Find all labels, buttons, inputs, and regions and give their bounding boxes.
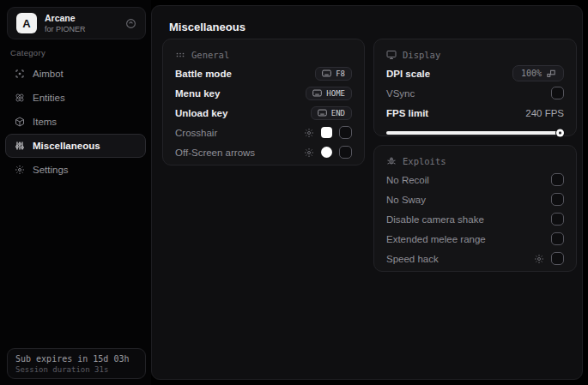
keyboard-icon	[312, 89, 322, 97]
sliders-icon	[14, 141, 25, 151]
gear-icon	[14, 165, 25, 175]
general-header-label: General	[191, 50, 229, 60]
app-header-card: A Arcane for PIONER	[7, 7, 146, 39]
sidebar-item-aimbot[interactable]: Aimbot	[5, 62, 146, 86]
sidebar-item-label: Miscellaneous	[33, 141, 100, 151]
no-recoil-row: No Recoil	[385, 170, 566, 189]
session-duration-text: Session duration 31s	[15, 365, 137, 374]
atom-icon	[14, 93, 25, 103]
app-logo-letter: A	[22, 17, 30, 30]
unload-key-label: Unload key	[175, 108, 227, 118]
extended-melee-range-checkbox[interactable]	[551, 232, 564, 245]
sidebar-item-label: Settings	[33, 165, 69, 175]
unload-key-keybind[interactable]: END	[311, 106, 352, 120]
exploits-card: Exploits No Recoil No Sway Disable camer…	[373, 145, 577, 272]
category-label: Category	[10, 48, 45, 57]
no-recoil-checkbox[interactable]	[551, 173, 564, 186]
offscreen-arrows-row: Off-Screen arrows	[173, 142, 354, 162]
sidebar-item-miscellaneous[interactable]: Miscellaneous	[5, 134, 146, 158]
menu-key-row: Menu key HOME	[173, 83, 354, 103]
keyboard-icon	[322, 69, 331, 77]
vsync-row: VSync	[385, 83, 566, 103]
fps-limit-value: 240 FPS	[525, 108, 564, 118]
slider-knob[interactable]	[556, 129, 564, 137]
speed-hack-row: Speed hack	[385, 249, 566, 268]
no-sway-row: No Sway	[385, 189, 566, 209]
sidebar-item-items[interactable]: Items	[5, 110, 146, 134]
disable-camera-shake-row: Disable camera shake	[385, 209, 566, 229]
extended-melee-range-row: Extended melee range	[385, 229, 566, 249]
app-logo: A	[16, 13, 37, 33]
battle-mode-row: Battle mode F8	[173, 63, 354, 83]
fps-limit-label: FPS limit	[386, 108, 428, 118]
crosshair-settings-gear-icon[interactable]	[304, 128, 314, 138]
no-sway-checkbox[interactable]	[551, 193, 564, 206]
dpi-scale-selector[interactable]: 100%	[512, 65, 564, 81]
keyboard-icon	[318, 109, 327, 117]
speed-hack-label: Speed hack	[386, 254, 439, 264]
no-recoil-label: No Recoil	[386, 175, 429, 185]
disable-camera-shake-checkbox[interactable]	[551, 213, 564, 226]
dots-grid-icon	[175, 50, 185, 60]
general-card: General Battle mode F8 Menu key HOME Unl…	[162, 39, 365, 165]
vsync-label: VSync	[386, 88, 415, 99]
fps-limit-slider[interactable]	[386, 129, 564, 137]
offscreen-arrows-label: Off-Screen arrows	[175, 147, 255, 158]
sub-expires-text: Sub expires in 15d 03h	[15, 354, 137, 364]
extended-melee-range-label: Extended melee range	[386, 234, 486, 244]
dpi-scale-row: DPI scale 100%	[385, 63, 566, 83]
sidebar-item-label: Entities	[33, 93, 65, 103]
menu-key-keybind[interactable]: HOME	[306, 87, 352, 100]
app-name: Arcane	[45, 13, 118, 23]
bug-icon	[386, 156, 397, 166]
sidebar-item-settings[interactable]: Settings	[5, 158, 146, 182]
sidebar-item-label: Aimbot	[33, 69, 64, 79]
monitor-icon	[386, 50, 397, 60]
scale-icon	[547, 69, 555, 78]
offscreen-arrows-settings-gear-icon[interactable]	[304, 147, 314, 158]
fps-limit-row: FPS limit 240 FPS	[385, 103, 566, 123]
no-sway-label: No Sway	[386, 195, 426, 205]
sync-icon[interactable]	[125, 18, 136, 29]
box-icon	[14, 117, 25, 127]
battle-mode-label: Battle mode	[175, 69, 232, 79]
app-subtitle: for PIONER	[45, 25, 118, 33]
page-title: Miscellaneous	[169, 21, 246, 33]
speed-hack-checkbox[interactable]	[551, 252, 564, 265]
sidebar-nav: Aimbot Entities Items	[5, 62, 146, 182]
offscreen-arrows-color-swatch[interactable]	[321, 147, 332, 158]
offscreen-arrows-checkbox[interactable]	[339, 146, 352, 159]
battle-mode-keybind[interactable]: F8	[315, 67, 352, 81]
crosshair-label: Crosshair	[175, 128, 217, 138]
slider-track[interactable]	[386, 131, 564, 135]
subscription-info-card: Sub expires in 15d 03h Session duration …	[7, 348, 146, 379]
vsync-checkbox[interactable]	[551, 87, 564, 99]
sidebar-item-entities[interactable]: Entities	[5, 86, 146, 110]
unload-key-row: Unload key END	[173, 103, 354, 123]
exploits-header-label: Exploits	[403, 156, 446, 166]
scan-icon	[14, 69, 25, 79]
display-header-label: Display	[403, 50, 440, 60]
display-card: Display DPI scale 100% VSync FPS limit 2…	[373, 39, 577, 136]
main-panel: Miscellaneous General Battle mode F8 Men…	[151, 5, 583, 380]
crosshair-row: Crosshair	[173, 123, 354, 142]
crosshair-checkbox[interactable]	[339, 126, 352, 139]
speed-hack-settings-gear-icon[interactable]	[534, 254, 544, 264]
crosshair-color-swatch[interactable]	[321, 127, 332, 138]
sidebar-item-label: Items	[33, 117, 57, 127]
disable-camera-shake-label: Disable camera shake	[386, 214, 484, 225]
sidebar: A Arcane for PIONER Category Aimbot	[0, 0, 151, 385]
menu-key-label: Menu key	[175, 88, 220, 99]
dpi-scale-label: DPI scale	[386, 69, 430, 79]
